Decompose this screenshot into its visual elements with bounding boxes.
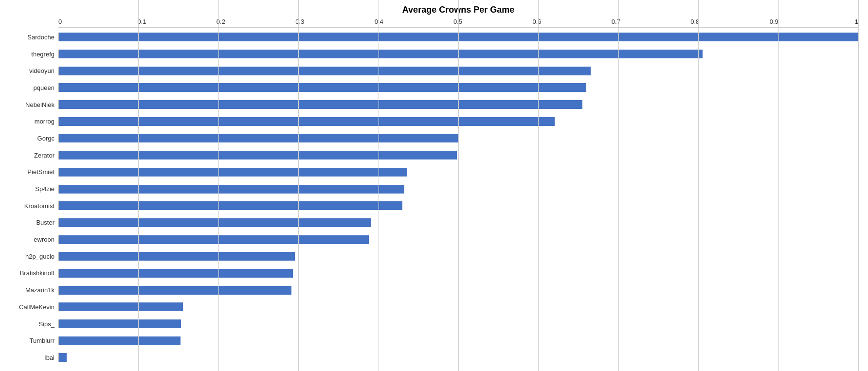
bar-fill xyxy=(59,50,703,58)
bar-label: Tumblurr xyxy=(5,337,58,344)
bar-track-wrapper xyxy=(58,353,858,362)
bar-fill xyxy=(59,302,183,311)
bar-fill xyxy=(59,252,295,261)
bar-fill xyxy=(59,235,369,244)
x-axis-label: 0.4 xyxy=(375,18,453,25)
bar-row: Bratishkinoff xyxy=(5,267,858,280)
chart-body: SardochethegrefgvideoyunpqueenNebelNiekm… xyxy=(5,29,858,366)
x-axis-label: 1 xyxy=(849,18,858,25)
bar-row: morrog xyxy=(5,115,858,128)
x-axis-label: 0 xyxy=(58,18,137,25)
chart-container: Average Crowns Per Game 00.10.20.30.40.5… xyxy=(0,0,868,371)
bar-row: Kroatomist xyxy=(5,199,858,212)
bar-fill xyxy=(59,185,404,194)
bar-fill xyxy=(59,151,457,159)
bar-label: Sardoche xyxy=(5,34,58,41)
bar-label: Kroatomist xyxy=(5,202,58,210)
bar-row: Sips_ xyxy=(5,318,858,330)
bar-fill xyxy=(59,319,181,328)
bar-row: h2p_gucio xyxy=(5,250,858,263)
bar-row: NebelNiek xyxy=(5,98,858,111)
bar-label: PietSmiet xyxy=(5,168,58,176)
bar-row: Gorgc xyxy=(5,132,858,144)
bar-fill xyxy=(59,134,459,142)
bar-row: Mazarin1k xyxy=(5,284,858,297)
bar-fill xyxy=(59,353,67,362)
bar-row: Tumblurr xyxy=(5,335,858,347)
bar-row: ewroon xyxy=(5,233,858,246)
x-axis-label: 0.5 xyxy=(453,18,532,25)
bar-row: Sp4zie xyxy=(5,183,858,195)
x-axis-label: 0.6 xyxy=(532,18,611,25)
bar-track xyxy=(58,353,858,362)
bar-label: Zerator xyxy=(5,152,58,159)
bar-label: Gorgc xyxy=(5,135,58,142)
x-axis-label: 0.9 xyxy=(770,18,849,25)
bar-row: videoyun xyxy=(5,65,858,77)
bar-fill xyxy=(59,269,293,278)
x-axis-label: 0.1 xyxy=(137,18,216,25)
bar-row: Sardoche xyxy=(5,31,858,43)
bar-label: videoyun xyxy=(5,67,58,74)
bar-label: morrog xyxy=(5,118,58,125)
bar-row: pqueen xyxy=(5,81,858,94)
x-axis-label: 0.7 xyxy=(612,18,690,25)
bar-label: Bratishkinoff xyxy=(5,269,58,277)
bar-fill xyxy=(59,168,407,177)
bar-label: pqueen xyxy=(5,84,58,91)
x-axis-label: 0.8 xyxy=(690,18,769,25)
bar-label: Buster xyxy=(5,219,58,226)
x-axis-label: 0.3 xyxy=(295,18,374,25)
bar-label: Mazarin1k xyxy=(5,286,58,294)
bar-fill xyxy=(59,286,291,295)
bar-label: CallMeKevin xyxy=(5,303,58,311)
chart-title: Average Crowns Per Game xyxy=(5,5,858,15)
x-axis-label: 0.2 xyxy=(217,18,295,25)
bar-label: thegrefg xyxy=(5,51,58,58)
bar-fill xyxy=(59,100,582,109)
bar-fill xyxy=(59,336,181,345)
bar-fill xyxy=(59,117,555,126)
bar-label: Sips_ xyxy=(5,320,58,328)
bar-row: PietSmiet xyxy=(5,166,858,178)
bar-label: h2p_gucio xyxy=(5,253,58,260)
bar-fill xyxy=(59,201,402,210)
bar-row: Zerator xyxy=(5,149,858,161)
bar-fill xyxy=(59,218,371,227)
bar-label: ewroon xyxy=(5,236,58,243)
bar-row: thegrefg xyxy=(5,48,858,60)
bar-row: CallMeKevin xyxy=(5,300,858,313)
bar-label: Sp4zie xyxy=(5,185,58,193)
bar-label: Ibai xyxy=(5,354,58,361)
bar-row: Buster xyxy=(5,216,858,229)
bar-label: NebelNiek xyxy=(5,101,58,108)
bar-row: Ibai xyxy=(5,351,858,364)
